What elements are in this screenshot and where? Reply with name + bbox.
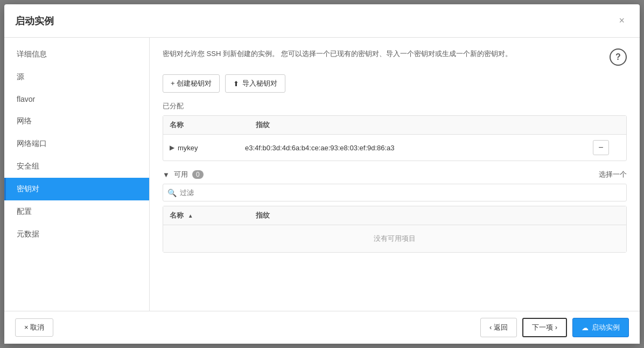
select-one-label: 选择一个 [599, 170, 627, 179]
sidebar-item-config[interactable]: 配置 [4, 200, 149, 223]
back-button[interactable]: ‹ 返回 [480, 318, 517, 337]
create-keypair-button[interactable]: + 创建秘钥对 [163, 74, 220, 93]
sidebar-item-metadata[interactable]: 元数据 [4, 223, 149, 246]
import-icon: ⬆ [233, 80, 239, 88]
filter-row: 🔍 [163, 184, 627, 201]
empty-message: 没有可用项目 [163, 225, 626, 252]
main-content: 密钥对允许您 SSH 到新创建的实例。 您可以选择一个已现有的密钥对、导入一个密… [150, 38, 640, 311]
sidebar-item-flavor[interactable]: flavor [4, 88, 149, 110]
remove-keypair-button[interactable]: − [593, 140, 609, 155]
import-keypair-button[interactable]: ⬆ 导入秘钥对 [225, 74, 285, 93]
sidebar-item-keypair[interactable]: 密钥对 [4, 178, 149, 200]
available-table: 名称 ▲ 指纹 没有可用项目 [163, 206, 627, 253]
modal-dialog: 启动实例 × 详细信息 源 flavor 网络 网络端口 安全组 密钥对 配置 … [4, 4, 640, 344]
search-icon: 🔍 [167, 189, 177, 197]
launch-button[interactable]: ☁ 启动实例 [572, 318, 629, 337]
expand-icon[interactable]: ▶ [170, 144, 174, 151]
allocated-row: ▶ mykey e3:4f:b0:3d:4d:6a:b4:ce:ae:93:e8… [163, 135, 626, 161]
modal-header: 启动实例 × [4, 4, 640, 38]
sidebar-item-source[interactable]: 源 [4, 66, 149, 88]
description-row: 密钥对允许您 SSH 到新创建的实例。 您可以选择一个已现有的密钥对、导入一个密… [163, 48, 627, 66]
modal-title: 启动实例 [15, 15, 54, 27]
available-col-name: 名称 ▲ [170, 211, 256, 220]
allocated-label: 已分配 [163, 101, 627, 111]
col-fingerprint-header: 指纹 [256, 120, 593, 130]
keypair-fingerprint: e3:4f:b0:3d:4d:6a:b4:ce:ae:93:e8:03:ef:9… [245, 144, 593, 152]
action-buttons: + 创建秘钥对 ⬆ 导入秘钥对 [163, 74, 627, 93]
sort-icon[interactable]: ▲ [188, 213, 193, 219]
description-text: 密钥对允许您 SSH 到新创建的实例。 您可以选择一个已现有的密钥对、导入一个密… [163, 48, 603, 59]
action-cell: − [593, 140, 620, 155]
next-button[interactable]: 下一项 › [522, 318, 567, 337]
cloud-icon: ☁ [582, 324, 589, 332]
sidebar-item-details[interactable]: 详细信息 [4, 43, 149, 66]
sidebar-item-security-group[interactable]: 安全组 [4, 155, 149, 178]
modal-footer: × 取消 ‹ 返回 下一项 › ☁ 启动实例 [4, 311, 640, 344]
available-label: 可用 [174, 170, 188, 179]
sidebar-item-network[interactable]: 网络 [4, 110, 149, 133]
footer-right: ‹ 返回 下一项 › ☁ 启动实例 [480, 318, 629, 337]
keypair-name: mykey [178, 144, 198, 152]
launch-label: 启动实例 [592, 323, 620, 332]
footer-left: × 取消 [15, 318, 53, 337]
sidebar-item-network-port[interactable]: 网络端口 [4, 133, 149, 155]
available-left: ▼ 可用 0 [163, 170, 204, 179]
available-count: 0 [192, 170, 204, 179]
row-name-cell: ▶ mykey [170, 144, 245, 152]
available-header: ▼ 可用 0 选择一个 [163, 170, 627, 179]
col-name-header: 名称 [170, 120, 256, 130]
sidebar: 详细信息 源 flavor 网络 网络端口 安全组 密钥对 配置 元数据 [4, 38, 150, 311]
available-table-header: 名称 ▲ 指纹 [163, 206, 626, 225]
allocated-table: 名称 指纹 ▶ mykey e3:4f:b0:3d:4d:6a:b4:ce:ae… [163, 115, 627, 161]
help-button[interactable]: ? [610, 48, 627, 66]
close-button[interactable]: × [614, 13, 629, 29]
import-label: 导入秘钥对 [242, 79, 277, 88]
cancel-button[interactable]: × 取消 [15, 318, 53, 337]
available-col-fingerprint: 指纹 [256, 211, 620, 220]
modal-body: 详细信息 源 flavor 网络 网络端口 安全组 密钥对 配置 元数据 密钥对… [4, 38, 640, 311]
filter-input[interactable] [180, 184, 622, 201]
allocated-table-header: 名称 指纹 [163, 116, 626, 135]
available-chevron[interactable]: ▼ [163, 171, 170, 179]
